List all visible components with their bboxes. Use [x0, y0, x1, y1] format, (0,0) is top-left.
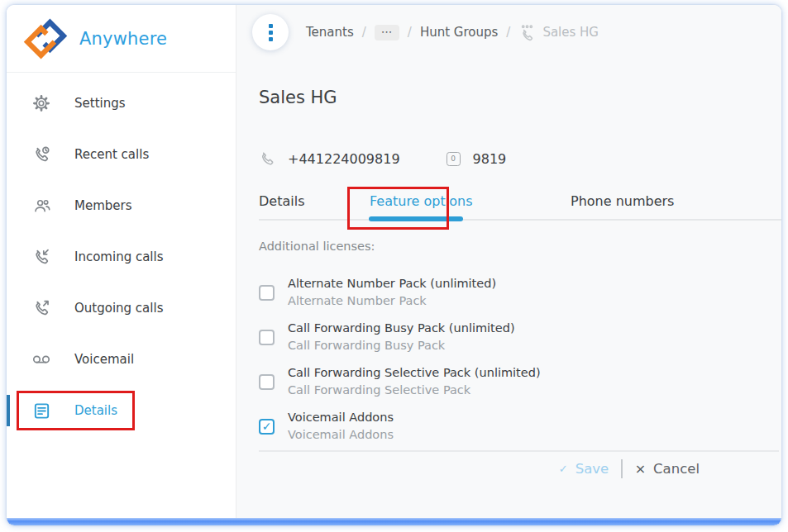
sidebar-item-settings[interactable]: Settings	[7, 78, 236, 129]
sidebar-item-label: Incoming calls	[74, 249, 164, 264]
save-check-icon: ✓	[559, 463, 568, 475]
sidebar-item-details[interactable]: Details	[7, 385, 236, 436]
outgoing-calls-icon	[31, 298, 51, 318]
sidebar-nav: Settings Recent calls	[7, 73, 236, 436]
sidebar-item-label: Recent calls	[74, 147, 149, 162]
license-sublabel: Alternate Number Pack	[288, 292, 496, 310]
gear-icon	[31, 93, 51, 113]
details-icon	[31, 401, 51, 420]
additional-licenses-label: Additional licenses:	[259, 240, 375, 253]
check-icon: ✓	[262, 420, 272, 432]
members-icon	[31, 196, 51, 216]
breadcrumb-current: Sales HG	[518, 24, 599, 41]
recent-calls-icon	[31, 145, 51, 164]
kebab-menu-icon	[269, 24, 273, 28]
license-label: Voicemail Addons	[288, 409, 394, 426]
sidebar-item-members[interactable]: Members	[7, 180, 236, 231]
sidebar-item-outgoing-calls[interactable]: Outgoing calls	[7, 283, 236, 334]
breadcrumb-separator: /	[506, 25, 510, 40]
sidebar-item-voicemail[interactable]: Voicemail	[7, 334, 236, 385]
license-label: Call Forwarding Selective Pack (unlimite…	[288, 364, 541, 382]
extension-number: 9819	[473, 151, 507, 167]
extension-icon-digit: 0	[451, 154, 456, 163]
checkbox-unchecked[interactable]: ✓	[259, 330, 275, 345]
sidebar: Anywhere Settings	[7, 5, 236, 518]
sidebar-item-label: Outgoing calls	[74, 301, 163, 316]
license-row-call-forwarding-selective-pack[interactable]: ✓ Call Forwarding Selective Pack (unlimi…	[259, 364, 541, 399]
sidebar-item-label: Settings	[74, 96, 126, 111]
cancel-button[interactable]: × Cancel	[635, 461, 700, 477]
sidebar-item-label: Members	[74, 198, 132, 213]
checkbox-unchecked[interactable]: ✓	[259, 285, 275, 301]
tab-divider-line	[259, 219, 781, 221]
license-row-voicemail-addons[interactable]: ✓ Voicemail Addons Voicemail Addons	[259, 409, 541, 444]
breadcrumb: Tenants / ⋯ / Hunt Groups / Sales HG	[306, 5, 599, 59]
kebab-menu-button[interactable]	[252, 14, 289, 50]
checkbox-checked[interactable]: ✓	[259, 419, 275, 435]
license-sublabel: Call Forwarding Busy Pack	[288, 337, 515, 354]
incoming-calls-icon	[31, 247, 51, 267]
save-button[interactable]: ✓ Save	[559, 461, 609, 477]
breadcrumb-separator: /	[362, 25, 366, 40]
active-tab-underline	[369, 216, 463, 221]
anywhere-logo-icon	[21, 17, 69, 60]
hunt-group-icon	[518, 24, 536, 41]
footer-divider-line	[259, 450, 779, 452]
sidebar-header: Anywhere	[7, 5, 236, 73]
breadcrumb-current-label: Sales HG	[542, 25, 599, 40]
sidebar-item-recent-calls[interactable]: Recent calls	[7, 129, 236, 180]
tab-details[interactable]: Details	[259, 193, 304, 209]
active-item-indicator-bar	[7, 395, 10, 426]
sidebar-item-incoming-calls[interactable]: Incoming calls	[7, 231, 236, 283]
license-label: Alternate Number Pack (unlimited)	[288, 275, 496, 292]
license-row-alternate-number-pack[interactable]: ✓ Alternate Number Pack (unlimited) Alte…	[259, 275, 541, 310]
breadcrumb-tenants[interactable]: Tenants	[306, 25, 354, 40]
tab-feature-options[interactable]: Feature options	[370, 193, 472, 209]
tab-phone-numbers[interactable]: Phone numbers	[571, 193, 674, 209]
main-panel: Tenants / ⋯ / Hunt Groups / Sales HG Sal	[236, 5, 781, 518]
phone-number: +441224009819	[288, 151, 400, 167]
license-list: ✓ Alternate Number Pack (unlimited) Alte…	[259, 275, 541, 454]
cancel-x-icon: ×	[635, 461, 646, 477]
footer-button-separator	[621, 459, 623, 478]
breadcrumb-hunt-groups[interactable]: Hunt Groups	[420, 25, 498, 40]
app-window: Anywhere Settings	[7, 5, 781, 525]
license-label: Call Forwarding Busy Pack (unlimited)	[288, 320, 515, 337]
save-button-label: Save	[575, 461, 609, 477]
breadcrumb-separator: /	[408, 25, 412, 40]
page-title: Sales HG	[259, 88, 337, 107]
cancel-button-label: Cancel	[653, 461, 700, 477]
footer-actions: ✓ Save × Cancel	[559, 459, 700, 478]
license-row-call-forwarding-busy-pack[interactable]: ✓ Call Forwarding Busy Pack (unlimited) …	[259, 320, 541, 354]
phone-icon	[259, 150, 275, 167]
sidebar-item-label: Voicemail	[74, 352, 134, 367]
contact-row: +441224009819 0 9819	[259, 150, 506, 167]
window-bottom-accent-bar	[7, 518, 781, 525]
license-sublabel: Voicemail Addons	[288, 426, 394, 444]
checkbox-unchecked[interactable]: ✓	[259, 374, 275, 390]
extension-icon: 0	[447, 152, 461, 166]
sidebar-item-label: Details	[74, 403, 117, 418]
license-sublabel: Call Forwarding Selective Pack	[288, 382, 541, 399]
voicemail-icon	[31, 349, 51, 369]
breadcrumb-ellipsis-chip[interactable]: ⋯	[375, 25, 399, 40]
brand-name: Anywhere	[79, 29, 167, 49]
